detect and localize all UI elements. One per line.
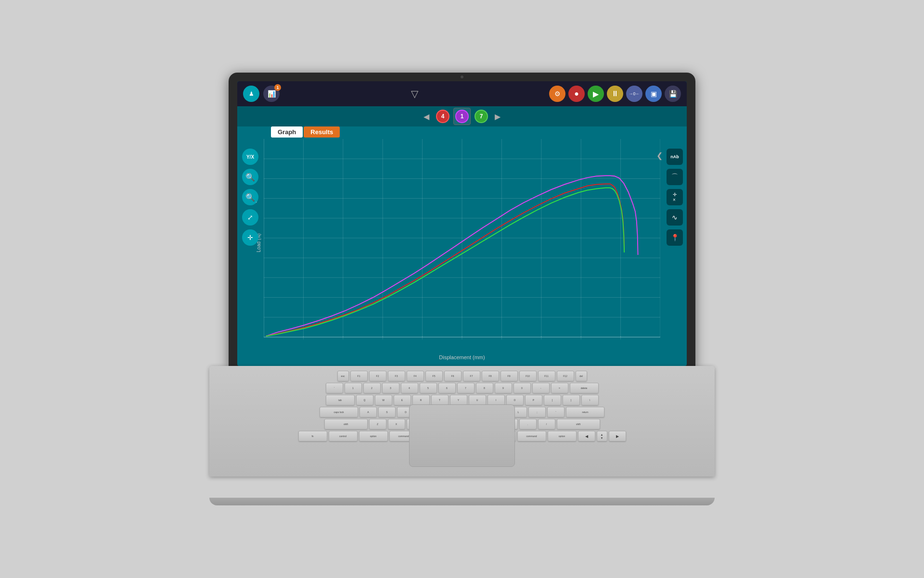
nav-dot-active-wrapper: 1 — [453, 108, 471, 125]
notification-badge: 1 — [274, 84, 281, 91]
tab-results[interactable]: Results — [304, 126, 340, 138]
tab-graph[interactable]: Graph — [271, 126, 303, 138]
tabs-area: Graph Results — [271, 126, 340, 138]
settings-button[interactable]: ⚙ — [549, 86, 565, 102]
top-bar-center: ▽ — [406, 86, 423, 102]
chart-area: Load (N) Displacement (mm) — [264, 139, 660, 347]
play-button[interactable]: ▶ — [588, 86, 604, 102]
laptop-keyboard: esc F1F2F3F4 F5F6F7F8 F9F10F11F12 del `1… — [209, 366, 715, 505]
label-button[interactable]: nAb — [667, 149, 683, 165]
nav-prev-button[interactable]: ◀ — [421, 110, 432, 123]
wave-button[interactable]: ∿ — [667, 209, 683, 226]
x-axis-label: Displacement (mm) — [439, 354, 485, 360]
axis-button[interactable]: Y/X — [242, 149, 258, 165]
avatar-button[interactable]: ♟ — [243, 86, 259, 102]
chart-icon: 📊 — [268, 90, 276, 98]
chart-icon-button[interactable]: 📊 1 — [263, 86, 280, 102]
trackpad[interactable] — [409, 404, 515, 467]
top-bar: ♟ 📊 1 ▽ ⚙ ● ▶ ⏸ →0← ▣ 💾 — [237, 81, 687, 106]
curve-button[interactable]: ⌒ — [667, 169, 683, 185]
right-toolbar: nAb ⌒ ✛× ∿ 📍 — [667, 149, 683, 246]
fit-button[interactable]: ⤢ — [242, 209, 258, 226]
pause-button[interactable]: ⏸ — [607, 86, 623, 102]
top-bar-right: ⚙ ● ▶ ⏸ →0← ▣ 💾 — [549, 86, 681, 102]
zoom-out-button[interactable]: -🔍 — [242, 189, 258, 205]
nav-dot-1[interactable]: 1 — [455, 110, 469, 123]
nav-dot-4[interactable]: 4 — [436, 110, 449, 123]
skip-button[interactable]: →0← — [626, 86, 642, 102]
save-button[interactable]: 💾 — [665, 86, 681, 102]
pan-button[interactable]: ✛ — [242, 229, 258, 246]
collapse-button[interactable]: ❮ — [656, 151, 663, 160]
stop-button[interactable]: ● — [568, 86, 585, 102]
monitor-button[interactable]: ▣ — [645, 86, 662, 102]
top-bar-left: ♟ 📊 1 — [243, 86, 280, 102]
chart-svg — [264, 139, 660, 347]
marker-button[interactable]: 📍 — [667, 229, 683, 246]
nav-dot-7[interactable]: 7 — [475, 110, 488, 123]
nav-next-button[interactable]: ▶ — [492, 110, 503, 123]
left-toolbar: Y/X 🔍 -🔍 ⤢ ✛ — [242, 149, 258, 246]
calculate-button[interactable]: ✛× — [667, 189, 683, 205]
logo-button[interactable]: ▽ — [406, 86, 423, 102]
zoom-in-button[interactable]: 🔍 — [242, 169, 258, 185]
navigation-bar: ◀ 4 1 7 ▶ — [237, 106, 687, 126]
